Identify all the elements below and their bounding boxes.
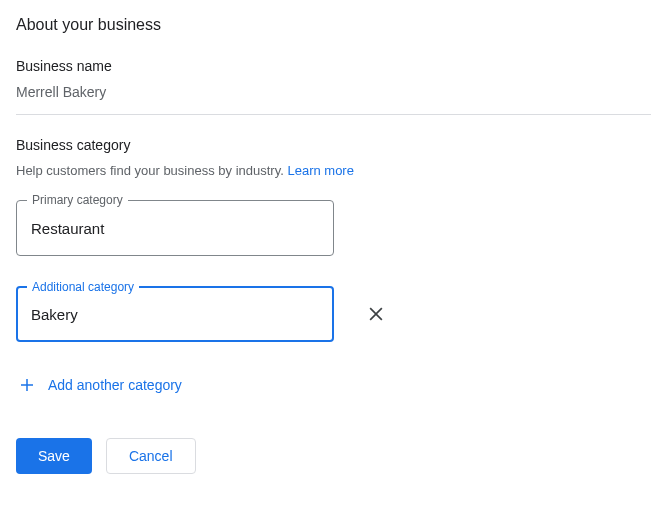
primary-category-input[interactable] (31, 220, 319, 237)
page-title: About your business (16, 16, 651, 34)
additional-category-floating-label: Additional category (27, 280, 139, 294)
action-buttons: Save Cancel (16, 438, 651, 474)
plus-icon (18, 376, 36, 394)
learn-more-link[interactable]: Learn more (287, 163, 353, 178)
business-name-value: Merrell Bakery (16, 84, 651, 100)
additional-category-field[interactable]: Additional category (16, 286, 334, 342)
business-category-help: Help customers find your business by ind… (16, 163, 651, 178)
remove-category-button[interactable] (362, 300, 390, 328)
add-another-category-button[interactable]: Add another category (16, 372, 184, 398)
primary-category-floating-label: Primary category (27, 193, 128, 207)
help-text-content: Help customers find your business by ind… (16, 163, 287, 178)
close-icon (366, 304, 386, 324)
primary-category-field[interactable]: Primary category (16, 200, 334, 256)
add-another-label: Add another category (48, 377, 182, 393)
business-name-label: Business name (16, 58, 651, 74)
additional-category-input[interactable] (31, 306, 319, 323)
business-category-label: Business category (16, 137, 651, 153)
section-divider (16, 114, 651, 115)
save-button[interactable]: Save (16, 438, 92, 474)
cancel-button[interactable]: Cancel (106, 438, 196, 474)
